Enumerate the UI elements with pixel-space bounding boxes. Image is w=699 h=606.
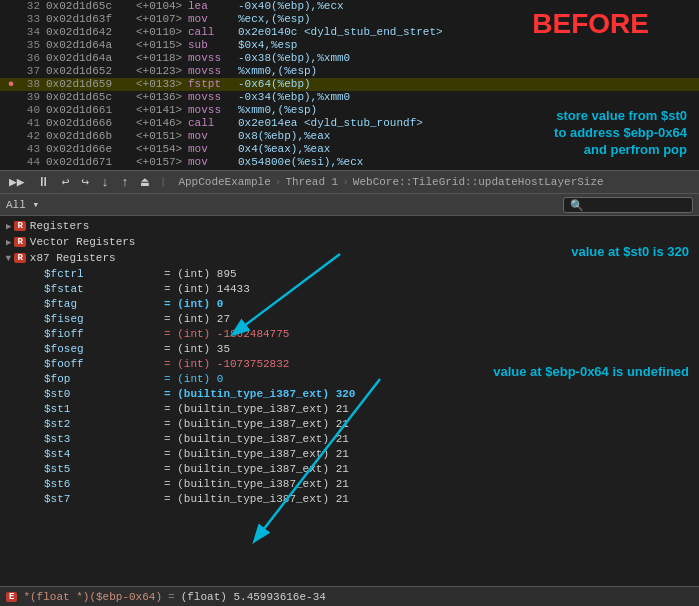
code-line[interactable]: 400x02d1d661<+0141>movss%xmm0,(%esp) bbox=[0, 104, 699, 117]
var-name: $fiseg bbox=[44, 313, 164, 325]
variables-area: All ▾ ▶RRegisters▶RVector Registers▶Rx87… bbox=[0, 194, 699, 606]
line-address: 0x02d1d666 bbox=[46, 117, 136, 130]
line-offset: <+0133> bbox=[136, 78, 188, 91]
line-mnemonic: call bbox=[188, 26, 238, 39]
var-row[interactable]: $st2= (builtin_type_i387_ext) 21 bbox=[0, 416, 699, 431]
line-mnemonic: sub bbox=[188, 39, 238, 52]
line-offset: <+0157> bbox=[136, 156, 188, 169]
step-up-btn[interactable]: ↑ bbox=[118, 175, 132, 190]
line-operand: 0x8(%ebp),%eax bbox=[238, 130, 330, 143]
var-value: = (int) 0 bbox=[164, 373, 223, 385]
var-row[interactable]: $fstat= (int) 14433 bbox=[0, 281, 699, 296]
var-value: = (int) -1862484775 bbox=[164, 328, 289, 340]
var-value: = (builtin_type_i387_ext) 21 bbox=[164, 403, 349, 415]
search-input[interactable] bbox=[563, 197, 693, 213]
line-address: 0x02d1d652 bbox=[46, 65, 136, 78]
var-group-registers[interactable]: ▶RRegisters bbox=[0, 218, 699, 234]
continue-btn[interactable]: ▶▶ bbox=[6, 174, 28, 190]
line-operand: 0x54800e(%esi),%ecx bbox=[238, 156, 363, 169]
step-over-btn[interactable]: ↩ bbox=[59, 174, 73, 190]
var-row[interactable]: $foseg= (int) 35 bbox=[0, 341, 699, 356]
toolbar: ▶▶ ⏸ ↩ ↪ ↓ ↑ ⏏ | AppCodeExample › Thread… bbox=[0, 170, 699, 194]
line-operand: -0x38(%ebp),%xmm0 bbox=[238, 52, 350, 65]
line-number: 33 bbox=[20, 13, 46, 26]
breadcrumb: AppCodeExample › Thread 1 › WebCore::Til… bbox=[178, 176, 603, 188]
var-name: $fctrl bbox=[44, 268, 164, 280]
breakpoint-indicator bbox=[2, 52, 20, 65]
var-value: = (builtin_type_i387_ext) 21 bbox=[164, 448, 349, 460]
var-group-x87-registers[interactable]: ▶Rx87 Registers bbox=[0, 250, 699, 266]
var-row[interactable]: $st6= (builtin_type_i387_ext) 21 bbox=[0, 476, 699, 491]
line-operand: %xmm0,(%esp) bbox=[238, 104, 317, 117]
var-row[interactable]: $fop= (int) 0 bbox=[0, 371, 699, 386]
var-name: $fstat bbox=[44, 283, 164, 295]
var-name: $st4 bbox=[44, 448, 164, 460]
line-address: 0x02d1d661 bbox=[46, 104, 136, 117]
breadcrumb-thread[interactable]: Thread 1 bbox=[285, 176, 338, 188]
code-line[interactable]: 390x02d1d65c<+0136>movss-0x34(%ebp),%xmm… bbox=[0, 91, 699, 104]
group-label: x87 Registers bbox=[30, 252, 116, 264]
breadcrumb-sep1: › bbox=[275, 176, 282, 188]
line-offset: <+0107> bbox=[136, 13, 188, 26]
expand-triangle: ▶ bbox=[6, 221, 11, 232]
var-row[interactable]: $fioff= (int) -1862484775 bbox=[0, 326, 699, 341]
code-line[interactable]: 410x02d1d666<+0146>call0x2e014ea <dyld_s… bbox=[0, 117, 699, 130]
code-line[interactable]: 370x02d1d652<+0123>movss%xmm0,(%esp) bbox=[0, 65, 699, 78]
breadcrumb-app[interactable]: AppCodeExample bbox=[178, 176, 270, 188]
var-name: $fioff bbox=[44, 328, 164, 340]
line-mnemonic: call bbox=[188, 117, 238, 130]
line-mnemonic: fstpt bbox=[188, 78, 238, 91]
var-value: = (int) 895 bbox=[164, 268, 237, 280]
code-line[interactable]: 350x02d1d64a<+0115>sub$0x4,%esp bbox=[0, 39, 699, 52]
return-btn[interactable]: ⏏ bbox=[138, 174, 152, 190]
var-name: $st2 bbox=[44, 418, 164, 430]
var-row[interactable]: $st4= (builtin_type_i387_ext) 21 bbox=[0, 446, 699, 461]
breakpoint-indicator bbox=[2, 39, 20, 52]
var-name: $st1 bbox=[44, 403, 164, 415]
line-mnemonic: mov bbox=[188, 143, 238, 156]
line-mnemonic: movss bbox=[188, 91, 238, 104]
var-row[interactable]: $fooff= (int) -1073752832 bbox=[0, 356, 699, 371]
line-operand: -0x40(%ebp),%ecx bbox=[238, 0, 344, 13]
line-offset: <+0123> bbox=[136, 65, 188, 78]
expr-badge: E bbox=[6, 592, 17, 602]
var-header: All ▾ bbox=[0, 194, 699, 216]
var-row[interactable]: $st0= (builtin_type_i387_ext) 320 bbox=[0, 386, 699, 401]
var-value: = (int) -1073752832 bbox=[164, 358, 289, 370]
line-number: 34 bbox=[20, 26, 46, 39]
var-name: $fop bbox=[44, 373, 164, 385]
var-row[interactable]: $st5= (builtin_type_i387_ext) 21 bbox=[0, 461, 699, 476]
var-row[interactable]: $st1= (builtin_type_i387_ext) 21 bbox=[0, 401, 699, 416]
code-line[interactable]: 430x02d1d66e<+0154>mov0x4(%eax),%eax bbox=[0, 143, 699, 156]
var-group-vector-registers[interactable]: ▶RVector Registers bbox=[0, 234, 699, 250]
line-number: 37 bbox=[20, 65, 46, 78]
var-row[interactable]: $st7= (builtin_type_i387_ext) 21 bbox=[0, 491, 699, 506]
breadcrumb-func[interactable]: WebCore::TileGrid::updateHostLayerSize bbox=[353, 176, 604, 188]
line-address: 0x02d1d64a bbox=[46, 52, 136, 65]
expr-expression: *(float *)($ebp-0x64) bbox=[23, 591, 162, 603]
line-address: 0x02d1d66e bbox=[46, 143, 136, 156]
line-number: 43 bbox=[20, 143, 46, 156]
all-label[interactable]: All ▾ bbox=[6, 198, 39, 211]
step-down-btn[interactable]: ↓ bbox=[98, 175, 112, 190]
line-operand: 0x2e0140c <dyld_stub_end_stret> bbox=[238, 26, 443, 39]
var-row[interactable]: $fctrl= (int) 895 bbox=[0, 266, 699, 281]
code-line[interactable]: 420x02d1d66b<+0151>mov0x8(%ebp),%eax bbox=[0, 130, 699, 143]
line-offset: <+0141> bbox=[136, 104, 188, 117]
breakpoint-indicator bbox=[2, 104, 20, 117]
code-line[interactable]: 360x02d1d64a<+0118>movss-0x38(%ebp),%xmm… bbox=[0, 52, 699, 65]
pause-btn[interactable]: ⏸ bbox=[34, 175, 53, 190]
expand-triangle: ▶ bbox=[3, 255, 14, 260]
group-label: Registers bbox=[30, 220, 89, 232]
code-line[interactable]: ●380x02d1d659<+0133>fstpt-0x64(%ebp) bbox=[0, 78, 699, 91]
breakpoint-indicator bbox=[2, 117, 20, 130]
line-number: 44 bbox=[20, 156, 46, 169]
var-row[interactable]: $ftag= (int) 0 bbox=[0, 296, 699, 311]
var-row[interactable]: $fiseg= (int) 27 bbox=[0, 311, 699, 326]
line-mnemonic: movss bbox=[188, 52, 238, 65]
var-value: = (builtin_type_i387_ext) 21 bbox=[164, 433, 349, 445]
step-into-btn[interactable]: ↪ bbox=[78, 174, 92, 190]
code-line[interactable]: 440x02d1d671<+0157>mov0x54800e(%esi),%ec… bbox=[0, 156, 699, 169]
var-row[interactable]: $st3= (builtin_type_i387_ext) 21 bbox=[0, 431, 699, 446]
line-offset: <+0104> bbox=[136, 0, 188, 13]
